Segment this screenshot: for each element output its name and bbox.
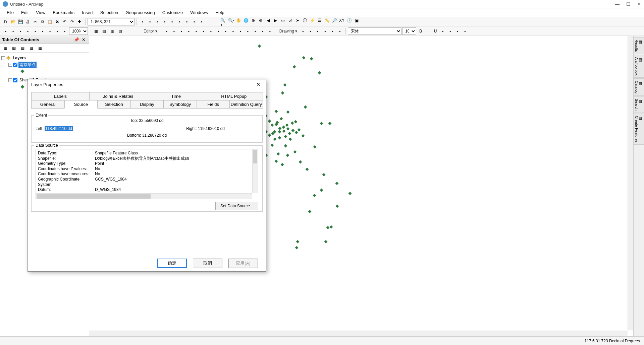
menu-help[interactable]: Help xyxy=(212,9,228,16)
tab-definition-query[interactable]: Definition Query xyxy=(229,100,263,109)
close-button[interactable]: ✕ xyxy=(637,1,641,7)
apply-button[interactable]: 应用(A) xyxy=(228,259,258,268)
dock-tab-catalog[interactable]: ▦Catalog xyxy=(633,78,644,96)
tab-display[interactable]: Display xyxy=(130,100,164,109)
select-features-icon[interactable]: ▭ xyxy=(279,17,286,24)
scale-combo[interactable]: 1: 868, 321 xyxy=(88,18,135,25)
collapse-icon[interactable]: − xyxy=(8,63,12,67)
bold-icon[interactable]: B xyxy=(417,27,424,35)
zoom-combo[interactable]: 100% xyxy=(69,27,88,35)
data-frame-icon[interactable]: ▪ xyxy=(146,18,154,25)
edit-tool-a[interactable]: ▪ xyxy=(2,27,9,35)
map-scrollbar-vertical[interactable] xyxy=(628,36,633,330)
new-doc-icon[interactable]: 🗋 xyxy=(2,18,9,25)
catalog-icon[interactable]: ▪ xyxy=(183,18,191,25)
next-extent-icon[interactable]: ▶ xyxy=(272,17,279,24)
dialog-header[interactable]: Layer Properties ✕ xyxy=(28,79,266,89)
tree-layer-1[interactable]: − 南京景点 xyxy=(1,61,88,68)
map-scale-icon[interactable]: ▪ xyxy=(139,18,146,25)
menu-edit[interactable]: Edit xyxy=(18,9,32,16)
print-icon[interactable]: 🖨 xyxy=(24,18,32,25)
dock-tab-create-features[interactable]: ▦Create Features xyxy=(633,114,644,145)
font-family-combo[interactable]: 宋体 xyxy=(348,27,401,35)
menu-selection[interactable]: Selection xyxy=(97,9,121,16)
ok-button[interactable]: 确定 xyxy=(157,259,187,268)
cut-icon[interactable]: ✂ xyxy=(32,18,39,25)
fixed-zoom-in-icon[interactable]: ⊕ xyxy=(250,17,257,24)
layout-b-icon[interactable]: ▤ xyxy=(100,27,108,35)
collapse-icon[interactable]: − xyxy=(1,56,5,60)
edit-tool-c[interactable]: ▪ xyxy=(17,27,24,35)
identify-icon[interactable]: ⓘ xyxy=(301,17,309,24)
font-color-icon[interactable]: ▪ xyxy=(439,27,446,35)
layer-visibility-checkbox[interactable] xyxy=(13,63,17,67)
italic-icon[interactable]: I xyxy=(424,27,432,35)
set-data-source-button[interactable]: Set Data Source... xyxy=(215,202,258,210)
delete-icon[interactable]: ✖ xyxy=(54,18,61,25)
edit-point-icon[interactable]: ▪ xyxy=(200,27,207,35)
paste-icon[interactable]: 📋 xyxy=(46,18,54,25)
editor-dropdown[interactable]: Editor ▾ xyxy=(142,29,159,33)
line-color-icon[interactable]: ▪ xyxy=(454,27,461,35)
tab-selection[interactable]: Selection xyxy=(97,100,131,109)
draw-edit-icon[interactable]: ▪ xyxy=(336,27,343,35)
edit-finish-icon[interactable]: ▪ xyxy=(266,27,274,35)
edit-tool-e[interactable]: ▪ xyxy=(32,27,39,35)
marker-color-icon[interactable]: ▪ xyxy=(461,27,469,35)
menu-customize[interactable]: Customize xyxy=(159,9,186,16)
tab-joins-relates[interactable]: Joins & Relates xyxy=(89,92,148,100)
map-tools-icon[interactable]: ▪ xyxy=(176,18,183,25)
ds-scrollbar-horizontal[interactable] xyxy=(36,193,252,199)
html-popup-icon[interactable]: ☰ xyxy=(316,17,323,24)
menu-windows[interactable]: Windows xyxy=(187,9,211,16)
dock-tab-arctoolbox[interactable]: ▦ArcToolbox xyxy=(633,55,644,78)
add-data-icon[interactable]: ✚ xyxy=(76,18,83,25)
zoom-in-icon[interactable]: 🔍+ xyxy=(220,19,227,26)
layer-1-label[interactable]: 南京景点 xyxy=(18,62,37,68)
search-icon[interactable]: ▪ xyxy=(191,18,198,25)
full-extent-icon[interactable]: 🌐 xyxy=(242,17,250,24)
edit-split-icon[interactable]: ▪ xyxy=(215,27,222,35)
menu-geoprocessing[interactable]: Geoprocessing xyxy=(122,9,158,16)
menu-view[interactable]: View xyxy=(33,9,49,16)
open-icon[interactable]: 📂 xyxy=(9,18,17,25)
edit-line-icon[interactable]: ▪ xyxy=(170,27,178,35)
fill-color-icon[interactable]: ▪ xyxy=(446,27,454,35)
layout-a-icon[interactable]: ▦ xyxy=(92,27,100,35)
options-icon[interactable]: ▦ xyxy=(36,45,44,52)
copy-icon[interactable]: ⧉ xyxy=(39,18,46,25)
refresh-icon[interactable]: ▪ xyxy=(161,18,168,25)
window-icon[interactable]: ▣ xyxy=(353,17,360,24)
edit-rotate-icon[interactable]: ▪ xyxy=(244,27,252,35)
draw-select-icon[interactable]: ▪ xyxy=(299,27,307,35)
layer-visibility-checkbox[interactable] xyxy=(13,78,17,82)
minimize-button[interactable]: — xyxy=(615,1,620,7)
python-icon[interactable]: ▪ xyxy=(198,18,205,25)
draw-rect-icon[interactable]: ▪ xyxy=(321,27,329,35)
toc-pin-button[interactable]: 📌 xyxy=(72,37,80,42)
list-by-selection-icon[interactable]: ▦ xyxy=(28,45,35,52)
edit-arc-icon[interactable]: ▪ xyxy=(178,27,185,35)
fixed-zoom-out-icon[interactable]: ⊖ xyxy=(257,17,264,24)
edit-tool-g[interactable]: ▪ xyxy=(46,27,54,35)
list-by-source-icon[interactable]: ▦ xyxy=(10,45,17,52)
hyperlink-icon[interactable]: ⚡ xyxy=(309,17,316,24)
measure-icon[interactable]: 📏 xyxy=(323,17,331,24)
tab-general[interactable]: General xyxy=(31,100,65,109)
layout-d-icon[interactable]: ▧ xyxy=(116,27,124,35)
draw-rotate-icon[interactable]: ▪ xyxy=(307,27,314,35)
draw-text-icon[interactable]: ▪ xyxy=(329,27,336,35)
tab-source[interactable]: Source xyxy=(64,100,98,109)
list-by-drawing-icon[interactable]: ▦ xyxy=(1,45,9,52)
toc-close-button[interactable]: ✕ xyxy=(80,37,87,42)
edit-tool-h[interactable]: ▪ xyxy=(54,27,61,35)
pan-icon[interactable]: ✋ xyxy=(235,17,242,24)
tab-html-popup[interactable]: HTML Popup xyxy=(205,92,263,100)
edit-vertex-icon[interactable]: ▪ xyxy=(207,27,215,35)
extent-left-value[interactable]: 118.492110 dd xyxy=(45,126,73,131)
edit-trace-icon[interactable]: ▪ xyxy=(193,27,200,35)
tree-root[interactable]: − Layers xyxy=(1,55,88,61)
save-icon[interactable]: 💾 xyxy=(17,18,24,25)
edit-rect-icon[interactable]: ▪ xyxy=(229,27,237,35)
dialog-close-button[interactable]: ✕ xyxy=(254,81,263,87)
